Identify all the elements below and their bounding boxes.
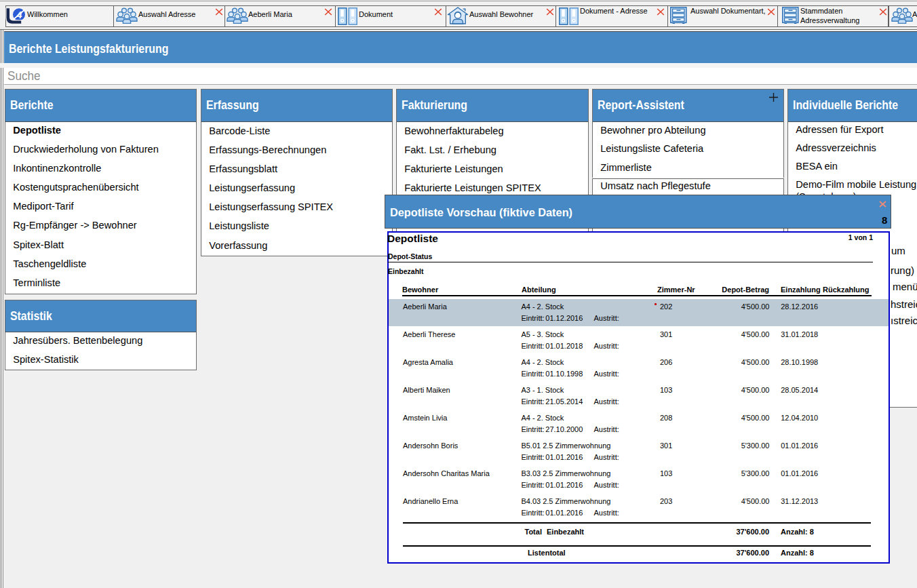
svg-text:4: 4 xyxy=(16,9,22,20)
